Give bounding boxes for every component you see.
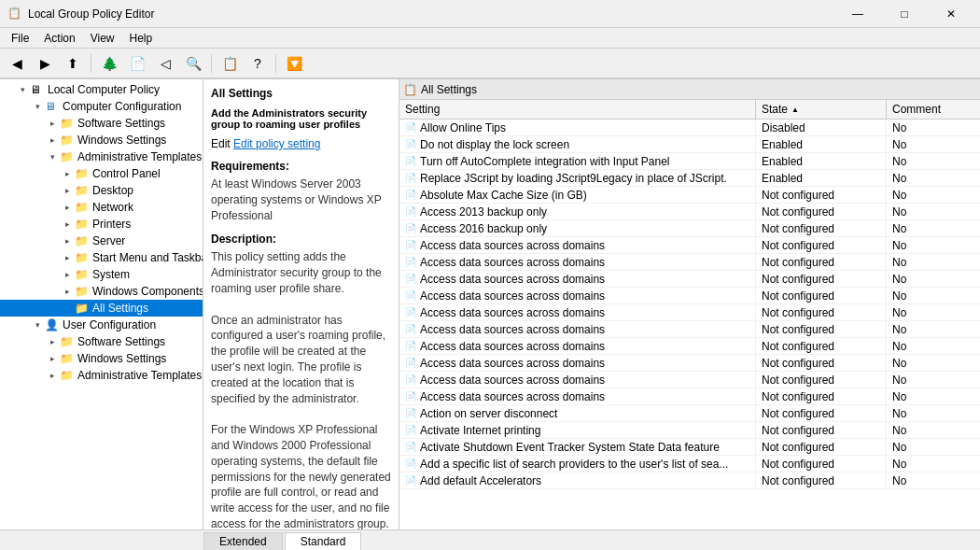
row-setting-icon: 📄 [405,358,416,368]
row-state-cell: Not configured [756,304,887,320]
system-label: System [92,268,130,281]
table-row[interactable]: 📄Absolute Max Cache Size (in GB)Not conf… [399,187,980,204]
table-row[interactable]: 📄Access data sources across domainsNot c… [399,338,980,355]
menu-action[interactable]: Action [36,30,82,47]
table-row[interactable]: 📄Access data sources across domainsNot c… [399,321,980,338]
help-button[interactable]: ? [245,51,271,76]
folder-icon: 📁 [60,335,75,348]
expand-system: ▸ [60,270,75,279]
table-row[interactable]: 📄Add default AcceleratorsNot configuredN… [399,472,980,489]
row-setting-icon: 📄 [405,408,416,418]
row-setting-icon: 📄 [405,156,416,166]
tree-item-user-config[interactable]: ▾ 👤 User Configuration [0,317,203,333]
search-button[interactable]: 🔍 [180,51,206,76]
toolbar-sep-1 [91,54,91,73]
col-header-setting[interactable]: Setting [399,100,756,119]
network-label: Network [92,201,133,214]
tree-item-network[interactable]: ▸ 📁 Network [0,199,203,216]
table-row[interactable]: 📄Activate Shutdown Event Tracker System … [399,439,980,456]
table-row[interactable]: 📄Replace JScript by loading JScript9Lega… [399,170,980,187]
new-window-button[interactable]: 📄 [124,51,150,76]
folder-icon: 📁 [75,218,90,231]
tree-item-computer-config[interactable]: ▾ 🖥 Computer Configuration [0,98,203,115]
close-button[interactable]: ✕ [930,0,973,28]
tree-item-windows-components[interactable]: ▸ 📁 Windows Components [0,283,203,300]
table-row[interactable]: 📄Activate Internet printingNot configure… [399,422,980,439]
row-comment-cell: No [887,120,980,135]
at-uc-label: Administrative Templates [77,369,202,382]
tree-item-admin-templates-uc[interactable]: ▸ 📁 Administrative Templates [0,367,203,384]
row-state-cell: Not configured [756,288,887,303]
expand-ss-cc: ▸ [45,119,60,128]
forward-button[interactable]: ▶ [32,51,58,76]
tab-extended[interactable]: Extended [203,532,283,550]
minimize-button[interactable]: — [836,0,879,28]
table-row[interactable]: 📄Allow Online TipsDisabledNo [399,120,980,136]
col-header-state[interactable]: State ▲ [756,100,887,119]
row-setting-icon: 📄 [405,223,416,233]
row-setting-cell: 📄Access 2016 backup only [399,220,756,236]
edit-policy-link[interactable]: Edit policy setting [233,137,320,150]
menu-file[interactable]: File [4,30,36,47]
tree-item-windows-settings-uc[interactable]: ▸ 📁 Windows Settings [0,350,203,367]
row-state-cell: Not configured [756,271,887,287]
maximize-button[interactable]: □ [883,0,926,28]
table-row[interactable]: 📄Access data sources across domainsNot c… [399,271,980,288]
settings-header-icon: 📋 [403,83,417,96]
back-list-button[interactable]: ◁ [152,51,178,76]
description-text: This policy setting adds the Administrat… [211,249,391,529]
col-header-comment[interactable]: Comment [887,100,980,119]
start-label: Start Menu and Taskbar [92,251,203,264]
properties-button[interactable]: 📋 [217,51,243,76]
filter-button[interactable]: 🔽 [281,51,307,76]
tree-panel: ▾ 🖥 Local Computer Policy ▾ 🖥 Computer C… [0,79,203,529]
row-setting-cell: 📄Turn off AutoComplete integration with … [399,153,756,169]
ws-cc-label: Windows Settings [77,134,166,147]
table-row[interactable]: 📄Access data sources across domainsNot c… [399,288,980,304]
row-setting-cell: 📄Add a specific list of search providers… [399,456,756,472]
table-row[interactable]: 📄Do not display the lock screenEnabledNo [399,136,980,153]
row-state-cell: Not configured [756,237,887,253]
tree-item-system[interactable]: ▸ 📁 System [0,266,203,283]
toolbar-sep-3 [275,54,276,73]
row-state-cell: Enabled [756,170,887,186]
tree-item-start-menu[interactable]: ▸ 📁 Start Menu and Taskbar [0,249,203,266]
table-row[interactable]: 📄Access data sources across domainsNot c… [399,304,980,321]
row-setting-cell: 📄Access data sources across domains [399,237,756,253]
tree-item-root[interactable]: ▾ 🖥 Local Computer Policy [0,81,203,98]
row-setting-cell: 📄Access data sources across domains [399,321,756,337]
table-row[interactable]: 📄Access 2016 backup onlyNot configuredNo [399,220,980,237]
tree-item-admin-templates-cc[interactable]: ▾ 📁 Administrative Templates [0,148,203,165]
tree-item-windows-settings-cc[interactable]: ▸ 📁 Windows Settings [0,132,203,148]
row-setting-cell: 📄Access 2013 backup only [399,204,756,219]
table-row[interactable]: 📄Turn off AutoComplete integration with … [399,153,980,170]
table-row[interactable]: 📄Access 2013 backup onlyNot configuredNo [399,204,980,220]
table-row[interactable]: 📄Action on server disconnectNot configur… [399,405,980,422]
tree-item-control-panel[interactable]: ▸ 📁 Control Panel [0,165,203,182]
tree-item-desktop[interactable]: ▸ 📁 Desktop [0,182,203,199]
tree-item-software-settings-uc[interactable]: ▸ 📁 Software Settings [0,333,203,350]
row-setting-cell: 📄Allow Online Tips [399,120,756,135]
table-row[interactable]: 📄Add a specific list of search providers… [399,456,980,472]
table-row[interactable]: 📄Access data sources across domainsNot c… [399,355,980,372]
menu-help[interactable]: Help [122,30,161,47]
tree-item-all-settings[interactable]: 📁 All Settings [0,300,203,317]
table-row[interactable]: 📄Access data sources across domainsNot c… [399,237,980,254]
tree-item-printers[interactable]: ▸ 📁 Printers [0,216,203,233]
table-row[interactable]: 📄Access data sources across domainsNot c… [399,388,980,405]
up-button[interactable]: ⬆ [60,51,86,76]
menu-view[interactable]: View [83,30,122,47]
table-row[interactable]: 📄Access data sources across domainsNot c… [399,254,980,271]
tree-item-server[interactable]: ▸ 📁 Server [0,233,203,249]
settings-table: Setting State ▲ Comment 📄Allow Online Ti… [399,100,980,529]
tab-standard[interactable]: Standard [285,532,362,550]
tree-item-software-settings-cc[interactable]: ▸ 📁 Software Settings [0,115,203,132]
table-row[interactable]: 📄Access data sources across domainsNot c… [399,372,980,388]
show-hide-tree-button[interactable]: 🌲 [96,51,122,76]
row-state-cell: Not configured [756,204,887,219]
bottom-tabs: Extended Standard [0,529,980,550]
row-setting-icon: 📄 [405,274,416,284]
back-button[interactable]: ◀ [4,51,30,76]
at-cc-label: Administrative Templates [77,150,202,163]
monitor-icon: 🖥 [45,100,60,113]
